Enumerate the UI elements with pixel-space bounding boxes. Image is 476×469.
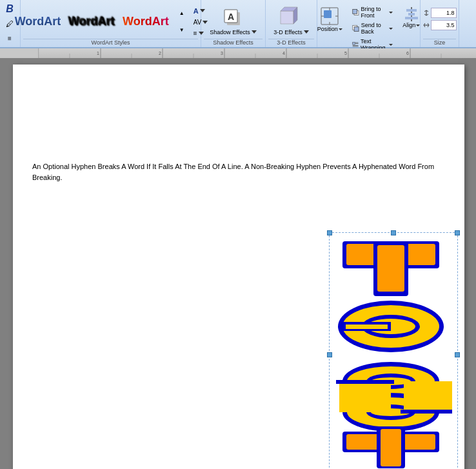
wordart-scroll-down[interactable]: ▼ <box>174 25 190 36</box>
wordart-svg <box>330 233 452 469</box>
bring-to-front-btn[interactable]: Bring to Front <box>350 5 395 20</box>
svg-rect-50 <box>377 245 404 292</box>
svg-rect-72 <box>381 429 401 466</box>
align-btn[interactable]: Align <box>399 5 423 30</box>
svg-text:3: 3 <box>221 51 223 55</box>
svg-rect-16 <box>353 42 355 45</box>
wordart-dropdown-arrows: ▲ ▼ <box>174 8 190 36</box>
3d-effects-icon <box>279 6 302 29</box>
page: An Optional Hyphen Breaks A Word If It F… <box>13 65 464 469</box>
send-to-back-icon <box>352 24 359 33</box>
bring-to-front-arrow <box>389 12 393 14</box>
svg-text:2: 2 <box>159 51 161 55</box>
page-content: An Optional Hyphen Breaks A Word If It F… <box>13 65 464 195</box>
arrange-section: Position Bring to Front <box>317 0 421 47</box>
3d-effects-content: 3-D Effects <box>270 2 312 39</box>
shadow-effects-content: A Shadow Effects <box>206 2 259 39</box>
svg-text:6: 6 <box>406 51 409 55</box>
shadow-effects-dropdown-arrow <box>252 30 257 34</box>
svg-rect-67 <box>336 380 394 384</box>
wordart-graphic[interactable] <box>329 232 458 469</box>
position-label: Position <box>317 26 338 32</box>
wordart-styles-label: WordArt Styles <box>23 39 198 47</box>
wordart-scroll-up[interactable]: ▲ <box>174 8 190 19</box>
position-btn[interactable]: Position <box>314 5 346 34</box>
align-dropdown-arrow <box>416 25 420 26</box>
size-section: Size <box>421 0 459 47</box>
wordart-style-2-btn[interactable]: WordArt <box>65 12 118 31</box>
ruler-corner <box>0 48 39 58</box>
3d-effects-label: 3-D Effects <box>273 29 302 35</box>
svg-rect-13 <box>353 9 357 14</box>
3d-effects-dropdown-arrow <box>304 30 309 34</box>
height-row <box>423 8 457 18</box>
width-icon <box>423 22 430 28</box>
align-container: Align <box>399 5 423 30</box>
document-text: An Optional Hyphen Breaks A Word If It F… <box>32 161 445 183</box>
svg-text:4: 4 <box>283 51 285 55</box>
svg-rect-24 <box>405 17 418 19</box>
svg-rect-15 <box>354 27 359 32</box>
svg-rect-65 <box>339 381 391 412</box>
ribbon: B 🖊 ≡ WordArt WordArt WordArt ▲ ▼ A <box>0 0 476 48</box>
svg-rect-66 <box>404 381 452 412</box>
svg-text:5: 5 <box>344 51 347 55</box>
handle-top-left[interactable] <box>327 230 332 235</box>
handle-top-right[interactable] <box>455 230 460 235</box>
align-label: Align <box>402 22 415 28</box>
height-input[interactable] <box>431 8 457 18</box>
wordart-styles-row: WordArt WordArt WordArt ▲ ▼ A AV <box>12 2 210 39</box>
send-to-back-btn[interactable]: Send to Back <box>350 21 395 36</box>
wordart-style-3-btn[interactable]: WordArt <box>119 12 172 31</box>
position-dropdown-arrow <box>339 28 342 30</box>
ruler-svg: 1 2 3 4 5 6 <box>39 48 476 58</box>
width-row <box>423 20 457 30</box>
wordart-styles-section: WordArt WordArt WordArt ▲ ▼ A AV <box>21 0 201 47</box>
height-icon <box>423 10 430 16</box>
svg-rect-3 <box>281 11 293 24</box>
send-to-back-arrow <box>389 28 393 30</box>
svg-rect-68 <box>401 410 452 414</box>
shadow-effects-section: A Shadow Effects Shadow Effects <box>201 0 266 47</box>
bring-to-front-label: Bring to Front <box>361 6 388 19</box>
arrange-stack-btns: Bring to Front Send to Back <box>350 5 395 52</box>
send-to-back-label: Send to Back <box>361 22 388 35</box>
shadow-effects-icon: A <box>222 6 245 29</box>
shadow-effects-section-label: Shadow Effects <box>204 39 263 47</box>
handle-mid-left[interactable] <box>327 352 332 357</box>
svg-text:A: A <box>227 12 233 22</box>
3d-effects-btn[interactable]: 3-D Effects <box>270 4 312 37</box>
handle-mid-right[interactable] <box>455 352 460 357</box>
size-section-label: Size <box>423 39 456 47</box>
svg-rect-56 <box>346 324 388 329</box>
wordart-style-1-btn[interactable]: WordArt <box>12 12 64 31</box>
shadow-effects-label: Shadow Effects <box>210 29 250 35</box>
svg-text:1: 1 <box>97 51 99 55</box>
svg-rect-7 <box>324 10 332 18</box>
handle-top-mid[interactable] <box>391 230 396 235</box>
ruler-marks: 1 2 3 4 5 6 <box>39 48 476 58</box>
arrange-content: Position Bring to Front <box>314 2 423 52</box>
size-inputs <box>423 3 457 30</box>
shadow-effects-btn[interactable]: A Shadow Effects <box>206 4 259 37</box>
ruler: 1 2 3 4 5 6 <box>0 48 476 58</box>
svg-rect-22 <box>406 9 417 12</box>
width-input[interactable] <box>431 20 457 30</box>
position-icon <box>320 6 339 26</box>
document-area: An Optional Hyphen Breaks A Word If It F… <box>0 58 476 469</box>
svg-rect-23 <box>408 13 415 15</box>
align-icon <box>404 6 419 22</box>
text-wrapping-icon <box>352 40 359 49</box>
bring-to-front-icon <box>352 8 359 17</box>
3d-effects-section: 3-D Effects 3-D Effects <box>266 0 317 47</box>
3d-effects-section-label: 3-D Effects <box>268 39 314 47</box>
text-wrapping-arrow <box>389 44 393 46</box>
